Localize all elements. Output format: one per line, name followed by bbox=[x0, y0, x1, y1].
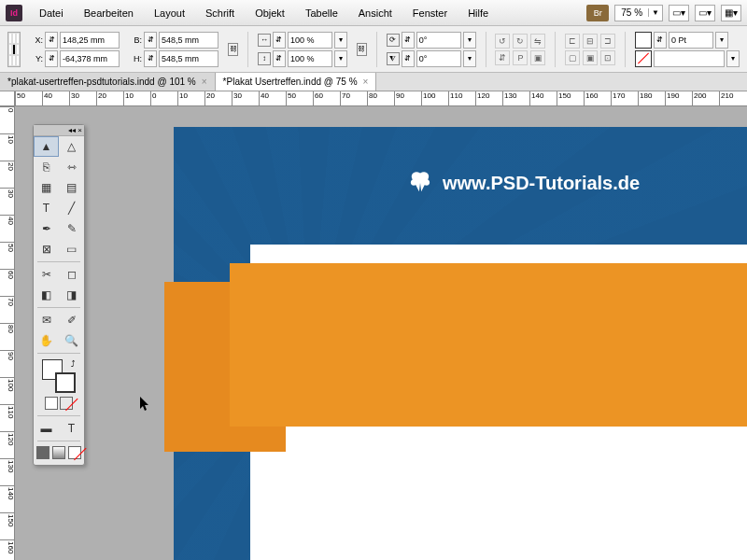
scissors-tool[interactable]: ✂ bbox=[34, 264, 59, 285]
align-right-icon[interactable]: ⊐ bbox=[600, 34, 615, 49]
rectangle-tool[interactable]: ▭ bbox=[59, 239, 84, 259]
apply-color-icon[interactable]: ▬ bbox=[34, 418, 59, 439]
stroke-color[interactable] bbox=[55, 372, 76, 393]
type-tool[interactable]: T bbox=[34, 198, 59, 218]
canvas-area[interactable]: www.PSD-Tutorials.de bbox=[15, 106, 747, 560]
p-icon[interactable]: P bbox=[513, 50, 528, 65]
rot-stepper[interactable]: ⇵ bbox=[402, 32, 415, 49]
align-center-icon[interactable]: ⊟ bbox=[583, 34, 598, 49]
rectangle-frame-tool[interactable]: ⊠ bbox=[34, 239, 59, 259]
screen-mode-icon[interactable]: ▭▾ bbox=[695, 5, 715, 21]
banner-text[interactable]: www.PSD-Tutorials.de bbox=[407, 170, 640, 196]
scale-y-input[interactable]: 100 % bbox=[288, 50, 332, 67]
page-tool[interactable]: ⎘ bbox=[34, 157, 59, 177]
line-tool[interactable]: ╱ bbox=[59, 198, 84, 218]
collapse-icon[interactable]: ◂◂ bbox=[68, 126, 76, 134]
bridge-button[interactable]: Br bbox=[586, 5, 609, 21]
constrain-wh-icon[interactable]: ⛓ bbox=[228, 43, 238, 56]
w-stepper[interactable]: ⇵ bbox=[144, 32, 157, 49]
flip-v-icon[interactable]: ⇵ bbox=[495, 50, 510, 65]
reference-point[interactable] bbox=[7, 32, 21, 67]
stroke-dd[interactable]: ▾ bbox=[715, 32, 728, 49]
stroke-style-dd[interactable]: ▾ bbox=[726, 50, 740, 67]
menu-bearbeiten[interactable]: Bearbeiten bbox=[75, 4, 143, 22]
content-placer-tool[interactable]: ▤ bbox=[59, 177, 84, 198]
close-tab-icon[interactable]: × bbox=[363, 77, 369, 87]
stroke-stepper[interactable]: ⇵ bbox=[654, 32, 667, 49]
close-panel-icon[interactable]: × bbox=[78, 126, 82, 134]
constrain-scale-icon[interactable]: ⛓ bbox=[357, 43, 367, 56]
y-input[interactable]: -64,378 mm bbox=[60, 50, 120, 67]
zoom-tool[interactable]: 🔍 bbox=[59, 330, 84, 351]
y-stepper[interactable]: ⇵ bbox=[45, 50, 58, 67]
menu-datei[interactable]: Datei bbox=[30, 4, 73, 22]
horizontal-ruler[interactable]: 5040302010010203040506070809010011012013… bbox=[15, 91, 747, 106]
close-tab-icon[interactable]: × bbox=[202, 77, 207, 87]
fit-frame-icon[interactable]: ▢ bbox=[565, 50, 580, 65]
pen-tool[interactable]: ✒ bbox=[34, 218, 59, 239]
chevron-down-icon[interactable]: ▼ bbox=[648, 8, 662, 17]
note-tool[interactable]: ✉ bbox=[34, 310, 59, 330]
stroke-style-input[interactable] bbox=[654, 50, 725, 67]
rotate-input[interactable]: 0° bbox=[416, 32, 461, 49]
vertical-ruler[interactable]: 0102030405060708090100110120130140150160 bbox=[0, 106, 15, 560]
center-content-icon[interactable]: ⊡ bbox=[600, 50, 615, 65]
menu-tabelle[interactable]: Tabelle bbox=[296, 4, 347, 22]
default-fill-stroke[interactable] bbox=[45, 397, 58, 410]
gradient-swatch-tool[interactable]: ◧ bbox=[34, 285, 59, 305]
preview-mode[interactable] bbox=[52, 446, 65, 459]
menu-schrift[interactable]: Schrift bbox=[196, 4, 244, 22]
x-input[interactable]: 148,25 mm bbox=[60, 32, 120, 49]
gradient-feather-tool[interactable]: ◨ bbox=[59, 285, 84, 305]
rotate-ccw-icon[interactable]: ↺ bbox=[495, 34, 510, 49]
h-input[interactable]: 548,5 mm bbox=[159, 50, 218, 67]
eyedropper-tool[interactable]: ✐ bbox=[59, 310, 84, 330]
shear-stepper[interactable]: ⇵ bbox=[402, 50, 415, 67]
rot-dd[interactable]: ▾ bbox=[463, 32, 476, 49]
apply-text-icon[interactable]: T bbox=[59, 418, 84, 439]
doc-tab-2[interactable]: *Plakat Usertreffen.indd @ 75 %× bbox=[216, 73, 377, 91]
fit-content-icon[interactable]: ▣ bbox=[583, 50, 598, 65]
selection-tool[interactable]: ▲ bbox=[34, 136, 59, 157]
pencil-tool[interactable]: ✎ bbox=[59, 218, 84, 239]
doc-tab-1[interactable]: *plakat-usertreffen-psdtutorials.indd @ … bbox=[0, 73, 216, 91]
menu-layout[interactable]: Layout bbox=[145, 4, 194, 22]
arrange-icon[interactable]: ▦▾ bbox=[721, 5, 741, 21]
format-container-icon[interactable] bbox=[60, 397, 73, 410]
menu-objekt[interactable]: Objekt bbox=[246, 4, 294, 22]
content-collector-tool[interactable]: ▦ bbox=[34, 177, 59, 198]
align-left-icon[interactable]: ⊏ bbox=[565, 34, 580, 49]
view-mode-icon[interactable]: ▭▾ bbox=[669, 5, 689, 21]
flip-h-icon[interactable]: ⇋ bbox=[530, 34, 545, 49]
menu-fenster[interactable]: Fenster bbox=[403, 4, 457, 22]
gap-tool[interactable]: ⇿ bbox=[59, 157, 84, 177]
normal-view-mode[interactable] bbox=[36, 446, 49, 459]
h-stepper[interactable]: ⇵ bbox=[144, 50, 157, 67]
sx-dd[interactable]: ▾ bbox=[334, 32, 347, 49]
scale-x-input[interactable]: 100 % bbox=[288, 32, 332, 49]
rotate-cw-icon[interactable]: ↻ bbox=[513, 34, 528, 49]
ruler-origin[interactable] bbox=[0, 91, 15, 106]
orange-block-main[interactable] bbox=[230, 263, 747, 427]
panel-header[interactable]: ◂◂× bbox=[34, 125, 84, 136]
fill-swatch[interactable] bbox=[635, 32, 652, 49]
sx-stepper[interactable]: ⇵ bbox=[273, 32, 286, 49]
direct-selection-tool[interactable]: △ bbox=[59, 136, 84, 157]
sy-dd[interactable]: ▾ bbox=[334, 50, 347, 67]
menu-ansicht[interactable]: Ansicht bbox=[349, 4, 402, 22]
x-stepper[interactable]: ⇵ bbox=[45, 32, 58, 49]
shear-input[interactable]: 0° bbox=[416, 50, 461, 67]
menu-hilfe[interactable]: Hilfe bbox=[458, 4, 498, 22]
zoom-level[interactable]: 75 %▼ bbox=[614, 5, 663, 21]
hand-tool[interactable]: ✋ bbox=[34, 330, 59, 351]
swap-fill-stroke-icon[interactable]: ⤴ bbox=[71, 359, 76, 369]
fill-stroke-swatch[interactable]: ⤴ bbox=[42, 359, 76, 393]
select-content-icon[interactable]: ▣ bbox=[530, 50, 545, 65]
shear-dd[interactable]: ▾ bbox=[463, 50, 476, 67]
stroke-swatch-none[interactable] bbox=[635, 50, 652, 67]
none-mode[interactable] bbox=[68, 446, 81, 459]
stroke-weight-input[interactable]: 0 Pt bbox=[669, 32, 713, 49]
sy-stepper[interactable]: ⇵ bbox=[273, 50, 286, 67]
w-input[interactable]: 548,5 mm bbox=[159, 32, 218, 49]
free-transform-tool[interactable]: ◻ bbox=[59, 264, 84, 285]
